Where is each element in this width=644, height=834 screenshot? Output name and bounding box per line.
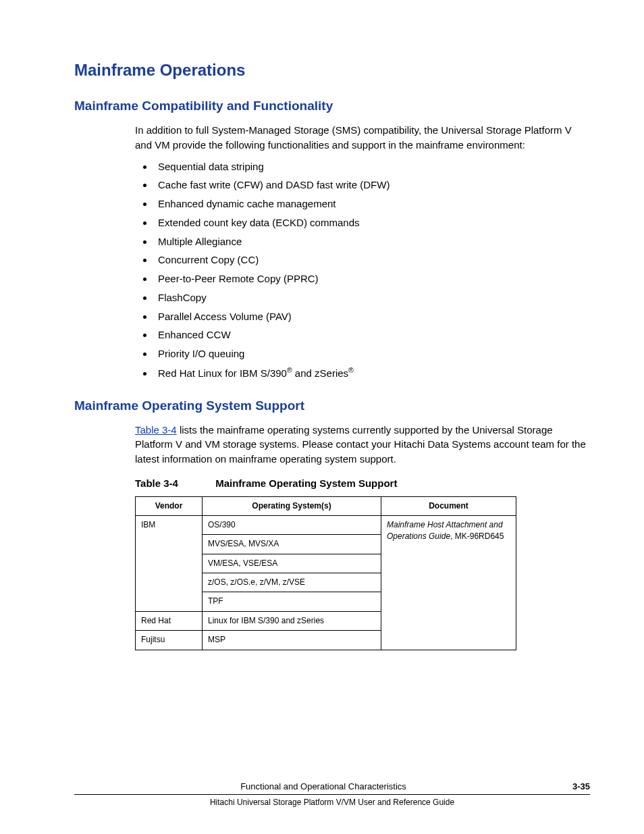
intro-paragraph: In addition to full System-Managed Stora… bbox=[135, 123, 590, 153]
cell-document: Mainframe Host Attachment and Operations… bbox=[381, 515, 516, 650]
registered-icon: ® bbox=[348, 366, 354, 374]
os-support-table: Vendor Operating System(s) Document IBM … bbox=[135, 496, 516, 650]
list-item: Peer-to-Peer Remote Copy (PPRC) bbox=[154, 271, 590, 286]
list-item: Enhanced CCW bbox=[154, 328, 590, 342]
list-item: Red Hat Linux for IBM S/390® and zSeries… bbox=[154, 365, 590, 381]
list-item: Cache fast write (CFW) and DASD fast wri… bbox=[154, 178, 590, 192]
page-footer: Functional and Operational Characteristi… bbox=[74, 781, 590, 807]
col-header-os: Operating System(s) bbox=[203, 496, 381, 515]
doc-id: , MK-96RD645 bbox=[450, 531, 504, 541]
table-title: Mainframe Operating System Support bbox=[215, 477, 397, 489]
cell-vendor: Fujitsu bbox=[136, 631, 203, 650]
cell-os: MSP bbox=[203, 631, 381, 650]
table-row: IBM OS/390 Mainframe Host Attachment and… bbox=[136, 515, 516, 534]
table-header-row: Vendor Operating System(s) Document bbox=[136, 496, 516, 515]
list-item: Sequential data striping bbox=[154, 159, 590, 174]
col-header-document: Document bbox=[381, 496, 516, 515]
table-number: Table 3-4 bbox=[135, 476, 213, 491]
footer-book-title: Hitachi Universal Storage Platform V/VM … bbox=[74, 798, 590, 807]
cell-vendor: IBM bbox=[136, 515, 203, 611]
list-item-text: Red Hat Linux for IBM S/390 bbox=[158, 367, 287, 379]
col-header-vendor: Vendor bbox=[136, 496, 203, 515]
list-item: Priority I/O queuing bbox=[154, 346, 590, 361]
list-item: Enhanced dynamic cache management bbox=[154, 197, 590, 211]
cell-os: OS/390 bbox=[203, 515, 381, 534]
cell-os: TPF bbox=[203, 592, 381, 611]
section-heading-os-support: Mainframe Operating System Support bbox=[74, 398, 590, 413]
os-support-paragraph: Table 3-4 lists the mainframe operating … bbox=[135, 423, 590, 467]
table-caption: Table 3-4 Mainframe Operating System Sup… bbox=[135, 476, 590, 491]
list-item: Parallel Access Volume (PAV) bbox=[154, 309, 590, 324]
page-title: Mainframe Operations bbox=[74, 61, 590, 80]
table-reference-link[interactable]: Table 3-4 bbox=[135, 424, 177, 436]
registered-icon: ® bbox=[287, 366, 292, 374]
cell-os: z/OS, z/OS.e, z/VM, z/VSE bbox=[203, 573, 381, 592]
list-item: Multiple Allegiance bbox=[154, 234, 590, 249]
paragraph-text: lists the mainframe operating systems cu… bbox=[135, 424, 586, 465]
cell-os: MVS/ESA, MVS/XA bbox=[203, 535, 381, 554]
footer-chapter: Functional and Operational Characteristi… bbox=[74, 781, 572, 791]
section-heading-compatibility: Mainframe Compatibility and Functionalit… bbox=[74, 99, 590, 113]
list-item: Concurrent Copy (CC) bbox=[154, 253, 590, 267]
list-item: Extended count key data (ECKD) commands bbox=[154, 215, 590, 230]
list-item-text: and zSeries bbox=[292, 367, 348, 379]
cell-os: VM/ESA, VSE/ESA bbox=[203, 554, 381, 573]
feature-list: Sequential data striping Cache fast writ… bbox=[135, 159, 590, 381]
cell-vendor: Red Hat bbox=[136, 611, 203, 630]
cell-os: Linux for IBM S/390 and zSeries bbox=[203, 611, 381, 630]
footer-page-number: 3-35 bbox=[572, 781, 590, 791]
list-item: FlashCopy bbox=[154, 290, 590, 305]
